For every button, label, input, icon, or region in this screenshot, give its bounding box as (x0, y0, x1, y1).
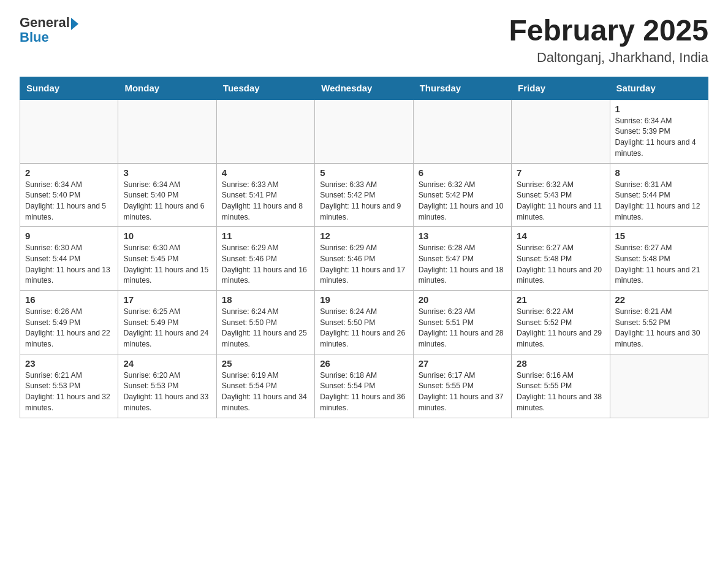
day-of-week-header: Tuesday (216, 77, 314, 99)
day-number: 7 (517, 167, 604, 178)
day-info: Sunrise: 6:24 AM Sunset: 5:50 PM Dayligh… (222, 307, 309, 350)
day-of-week-header: Thursday (413, 77, 511, 99)
day-info: Sunrise: 6:17 AM Sunset: 5:55 PM Dayligh… (419, 370, 506, 414)
day-of-week-header: Wednesday (315, 77, 413, 99)
calendar-cell (610, 354, 708, 418)
day-of-week-header: Monday (118, 77, 216, 99)
day-number: 22 (615, 294, 703, 305)
day-info: Sunrise: 6:22 AM Sunset: 5:52 PM Dayligh… (517, 307, 604, 350)
day-number: 6 (419, 167, 506, 178)
day-info: Sunrise: 6:29 AM Sunset: 5:46 PM Dayligh… (222, 243, 309, 286)
day-number: 5 (320, 167, 408, 178)
day-info: Sunrise: 6:21 AM Sunset: 5:53 PM Dayligh… (25, 370, 113, 414)
week-row: 23Sunrise: 6:21 AM Sunset: 5:53 PM Dayli… (20, 354, 708, 418)
day-number: 20 (419, 294, 506, 305)
calendar-cell: 24Sunrise: 6:20 AM Sunset: 5:53 PM Dayli… (118, 354, 216, 418)
day-number: 25 (222, 358, 309, 369)
calendar-cell: 3Sunrise: 6:34 AM Sunset: 5:40 PM Daylig… (118, 163, 216, 227)
day-number: 17 (123, 294, 211, 305)
calendar-body: 1Sunrise: 6:34 AM Sunset: 5:39 PM Daylig… (20, 99, 708, 418)
day-info: Sunrise: 6:33 AM Sunset: 5:42 PM Dayligh… (320, 180, 408, 223)
calendar-title: February 2025 (509, 15, 708, 47)
day-info: Sunrise: 6:32 AM Sunset: 5:43 PM Dayligh… (517, 180, 604, 223)
day-info: Sunrise: 6:30 AM Sunset: 5:45 PM Dayligh… (123, 243, 211, 286)
calendar-cell: 17Sunrise: 6:25 AM Sunset: 5:49 PM Dayli… (118, 291, 216, 354)
calendar-header: SundayMondayTuesdayWednesdayThursdayFrid… (20, 77, 708, 99)
day-info: Sunrise: 6:21 AM Sunset: 5:52 PM Dayligh… (615, 307, 703, 350)
calendar-cell: 9Sunrise: 6:30 AM Sunset: 5:44 PM Daylig… (20, 227, 118, 291)
day-info: Sunrise: 6:24 AM Sunset: 5:50 PM Dayligh… (320, 307, 408, 350)
day-number: 1 (615, 104, 703, 114)
calendar-cell: 26Sunrise: 6:18 AM Sunset: 5:54 PM Dayli… (315, 354, 413, 418)
day-number: 12 (320, 231, 408, 241)
day-number: 8 (615, 167, 703, 178)
day-number: 3 (123, 167, 211, 178)
day-number: 15 (615, 231, 703, 241)
day-number: 23 (25, 358, 113, 369)
day-number: 4 (222, 167, 309, 178)
day-number: 19 (320, 294, 408, 305)
logo-arrow-icon (71, 18, 78, 30)
day-info: Sunrise: 6:16 AM Sunset: 5:55 PM Dayligh… (517, 370, 604, 414)
day-info: Sunrise: 6:29 AM Sunset: 5:46 PM Dayligh… (320, 243, 408, 286)
calendar-cell: 21Sunrise: 6:22 AM Sunset: 5:52 PM Dayli… (512, 291, 610, 354)
calendar-cell (118, 99, 216, 163)
day-info: Sunrise: 6:30 AM Sunset: 5:44 PM Dayligh… (25, 243, 113, 286)
day-info: Sunrise: 6:23 AM Sunset: 5:51 PM Dayligh… (419, 307, 506, 350)
calendar-cell: 16Sunrise: 6:26 AM Sunset: 5:49 PM Dayli… (20, 291, 118, 354)
calendar-cell: 13Sunrise: 6:28 AM Sunset: 5:47 PM Dayli… (413, 227, 511, 291)
week-row: 2Sunrise: 6:34 AM Sunset: 5:40 PM Daylig… (20, 163, 708, 227)
day-info: Sunrise: 6:31 AM Sunset: 5:44 PM Dayligh… (615, 180, 703, 223)
calendar-cell (315, 99, 413, 163)
calendar-cell: 7Sunrise: 6:32 AM Sunset: 5:43 PM Daylig… (512, 163, 610, 227)
day-number: 13 (419, 231, 506, 241)
calendar-cell: 4Sunrise: 6:33 AM Sunset: 5:41 PM Daylig… (216, 163, 314, 227)
day-info: Sunrise: 6:26 AM Sunset: 5:49 PM Dayligh… (25, 307, 113, 350)
calendar-cell: 20Sunrise: 6:23 AM Sunset: 5:51 PM Dayli… (413, 291, 511, 354)
calendar-cell (512, 99, 610, 163)
logo: General Blue (20, 15, 78, 45)
calendar-cell: 10Sunrise: 6:30 AM Sunset: 5:45 PM Dayli… (118, 227, 216, 291)
calendar-cell: 8Sunrise: 6:31 AM Sunset: 5:44 PM Daylig… (610, 163, 708, 227)
day-number: 2 (25, 167, 113, 178)
day-info: Sunrise: 6:19 AM Sunset: 5:54 PM Dayligh… (222, 370, 309, 414)
day-number: 21 (517, 294, 604, 305)
week-row: 16Sunrise: 6:26 AM Sunset: 5:49 PM Dayli… (20, 291, 708, 354)
day-of-week-header: Sunday (20, 77, 118, 99)
calendar-cell: 25Sunrise: 6:19 AM Sunset: 5:54 PM Dayli… (216, 354, 314, 418)
page-header: General Blue February 2025 Daltonganj, J… (20, 15, 708, 66)
calendar-cell: 15Sunrise: 6:27 AM Sunset: 5:48 PM Dayli… (610, 227, 708, 291)
day-info: Sunrise: 6:33 AM Sunset: 5:41 PM Dayligh… (222, 180, 309, 223)
day-number: 18 (222, 294, 309, 305)
day-info: Sunrise: 6:27 AM Sunset: 5:48 PM Dayligh… (517, 243, 604, 286)
week-row: 1Sunrise: 6:34 AM Sunset: 5:39 PM Daylig… (20, 99, 708, 163)
day-number: 10 (123, 231, 211, 241)
day-number: 16 (25, 294, 113, 305)
calendar-cell: 19Sunrise: 6:24 AM Sunset: 5:50 PM Dayli… (315, 291, 413, 354)
calendar-cell (216, 99, 314, 163)
day-info: Sunrise: 6:34 AM Sunset: 5:40 PM Dayligh… (25, 180, 113, 223)
day-of-week-header: Friday (512, 77, 610, 99)
calendar-cell: 6Sunrise: 6:32 AM Sunset: 5:42 PM Daylig… (413, 163, 511, 227)
calendar-cell: 5Sunrise: 6:33 AM Sunset: 5:42 PM Daylig… (315, 163, 413, 227)
calendar-cell: 18Sunrise: 6:24 AM Sunset: 5:50 PM Dayli… (216, 291, 314, 354)
day-number: 26 (320, 358, 408, 369)
day-number: 14 (517, 231, 604, 241)
day-info: Sunrise: 6:27 AM Sunset: 5:48 PM Dayligh… (615, 243, 703, 286)
day-info: Sunrise: 6:18 AM Sunset: 5:54 PM Dayligh… (320, 370, 408, 414)
day-number: 24 (123, 358, 211, 369)
calendar-table: SundayMondayTuesdayWednesdayThursdayFrid… (20, 77, 708, 418)
day-info: Sunrise: 6:34 AM Sunset: 5:40 PM Dayligh… (123, 180, 211, 223)
day-number: 11 (222, 231, 309, 241)
calendar-cell (413, 99, 511, 163)
calendar-cell: 23Sunrise: 6:21 AM Sunset: 5:53 PM Dayli… (20, 354, 118, 418)
day-info: Sunrise: 6:34 AM Sunset: 5:39 PM Dayligh… (615, 116, 703, 159)
calendar-cell: 27Sunrise: 6:17 AM Sunset: 5:55 PM Dayli… (413, 354, 511, 418)
logo-blue-text: Blue (20, 29, 49, 45)
logo-general-text: General (20, 15, 70, 31)
calendar-cell: 22Sunrise: 6:21 AM Sunset: 5:52 PM Dayli… (610, 291, 708, 354)
calendar-cell: 14Sunrise: 6:27 AM Sunset: 5:48 PM Dayli… (512, 227, 610, 291)
day-info: Sunrise: 6:28 AM Sunset: 5:47 PM Dayligh… (419, 243, 506, 286)
calendar-cell: 28Sunrise: 6:16 AM Sunset: 5:55 PM Dayli… (512, 354, 610, 418)
day-number: 9 (25, 231, 113, 241)
